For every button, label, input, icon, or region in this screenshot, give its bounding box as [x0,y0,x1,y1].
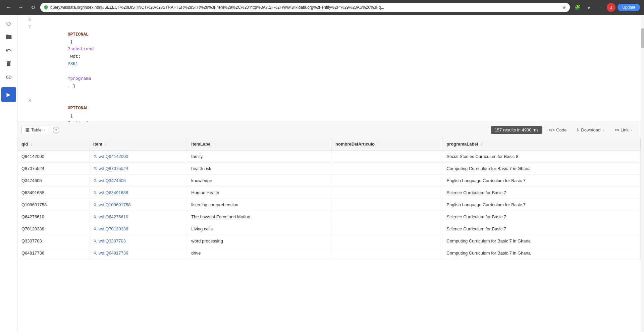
search-icon [93,215,97,219]
extensions-icon[interactable]: 🧩 [573,3,582,12]
table-row: Q3307703wd:Q3307703word processingComput… [17,235,641,247]
code-line-8: 8 OPTIONAL { ?articulo schema:about ?ite… [17,97,641,122]
cell-nombre [331,211,442,223]
table-icon [25,128,30,132]
forward-button[interactable]: → [16,3,25,12]
cell-nombre [331,163,442,175]
item-link[interactable]: wd:Q94142000 [93,154,183,159]
main-layout: ◇ ► 6 7 [0,15,644,332]
help-icon[interactable]: ? [53,127,59,133]
table-row: Q64276610wd:Q64276610The Laws of Force a… [17,211,641,223]
item-link[interactable]: wd:Q70120338 [93,226,183,231]
vertical-scrollbar[interactable] [641,15,644,332]
chain-icon [614,128,619,132]
cell-item: wd:Q87075524 [89,163,187,175]
code-button[interactable]: </> Code [545,126,570,134]
col-header-item[interactable]: item ↕ [89,138,187,150]
menu-icon[interactable]: ⋮ [595,3,605,12]
cell-programa: Science Curriculum for Basic 7 [442,223,641,235]
sidebar-icon-diamond[interactable]: ◇ [3,17,15,30]
col-header-nombredelarticulo[interactable]: nombreDelArticulo ↕ [331,138,442,150]
cell-itemlabel: Human Health [187,187,331,199]
table-row: Q3474605wd:Q3474605knowledgeEnglish Lang… [17,175,641,187]
cell-nombre [331,199,442,211]
sort-icon-itemlabel: ↕ [214,143,216,146]
cell-programa: Computing Curriculum for Basic 7 in Ghan… [442,235,641,247]
sidebar-icon-undo[interactable] [3,44,15,56]
item-link[interactable]: wd:Q63491688 [93,190,183,195]
search-icon [93,203,97,207]
item-link[interactable]: wd:Q87075524 [93,166,183,171]
cell-qid: Q3474605 [17,175,89,187]
cell-programa: Science Curriculum for Basic 7 [442,187,641,199]
results-table-container[interactable]: qid ↕ item ↕ itemLabel ↕ nombreDelArti [17,138,641,332]
link-button[interactable]: Link [611,126,637,134]
cell-programa: English Language Curriculum for Basic 7 [442,175,641,187]
download-dropdown-icon [602,128,605,132]
table-row: Q109601758wd:Q109601758listening compreh… [17,199,641,211]
sidebar-icon-folder[interactable] [3,31,15,43]
code-line-7: 7 OPTIONAL { ?substrand wdt: P361 ?progr… [17,23,641,97]
cell-nombre [331,150,442,163]
code-editor[interactable]: 6 7 OPTIONAL { ?substrand wdt: P361 ?pro… [17,15,641,122]
search-icon [93,239,97,243]
cell-item: wd:Q3307703 [89,235,187,247]
code-line-6: 6 [17,16,641,23]
download-button[interactable]: ⇩ Download [573,126,608,134]
cell-nombre [331,247,442,259]
address-text: query.wikidata.org/index.html#SELECT%20D… [50,5,560,10]
table-row: Q94142000wd:Q94142000familySocial Studie… [17,150,641,163]
star-icon[interactable] [562,5,567,10]
item-link[interactable]: wd:Q64817736 [93,251,183,256]
cell-item: wd:Q64276610 [89,211,187,223]
cell-item: wd:Q94142000 [89,150,187,163]
refresh-button[interactable]: ↻ [28,3,38,12]
browser-chrome: ← → ↻ query.wikidata.org/index.html#SELE… [0,0,644,15]
sidebar-icon-link[interactable] [3,71,15,83]
search-icon [93,251,97,255]
cell-qid: Q64276610 [17,211,89,223]
cell-nombre [331,175,442,187]
sidebar-icon-trash[interactable] [3,58,15,70]
table-header: qid ↕ item ↕ itemLabel ↕ nombreDelArti [17,138,641,150]
update-button[interactable]: Update [618,4,640,11]
table-row: Q70120338wd:Q70120338Living cellsScience… [17,223,641,235]
item-link[interactable]: wd:Q109601758 [93,202,183,207]
cell-qid: Q3307703 [17,235,89,247]
content-area: 6 7 OPTIONAL { ?substrand wdt: P361 ?pro… [17,15,641,332]
item-link[interactable]: wd:Q3307703 [93,238,183,243]
address-bar[interactable]: query.wikidata.org/index.html#SELECT%20D… [40,3,570,12]
col-header-itemlabel[interactable]: itemLabel ↕ [187,138,331,150]
results-count-badge: 157 results in 4900 ms [491,126,543,134]
col-header-qid[interactable]: qid ↕ [17,138,89,150]
search-icon [93,179,97,183]
cell-itemlabel: listening comprehension [187,199,331,211]
code-lines: 6 7 OPTIONAL { ?substrand wdt: P361 ?pro… [17,15,641,122]
table-body: Q94142000wd:Q94142000familySocial Studie… [17,150,641,259]
cell-item: wd:Q3474605 [89,175,187,187]
cell-nombre [331,223,442,235]
search-icon [93,155,97,159]
scrollbar-thumb[interactable] [641,28,644,48]
cell-qid: Q87075524 [17,163,89,175]
back-button[interactable]: ← [4,3,13,12]
link-dropdown-icon [630,128,633,132]
item-link[interactable]: wd:Q64276610 [93,214,183,219]
search-icon [93,167,97,171]
table-view-button[interactable]: Table [21,126,50,134]
table-row: Q87075524wd:Q87075524health riskComputin… [17,163,641,175]
cell-programa: English Language Curriculum for Basic 7 [442,199,641,211]
cell-item: wd:Q63491688 [89,187,187,199]
avatar[interactable]: J [607,3,615,12]
cell-item: wd:Q109601758 [89,199,187,211]
cell-item: wd:Q64817736 [89,247,187,259]
cell-qid: Q109601758 [17,199,89,211]
secure-icon [44,5,48,10]
item-link[interactable]: wd:Q3474605 [93,178,183,183]
results-table: qid ↕ item ↕ itemLabel ↕ nombreDelArti [17,138,641,259]
run-query-button[interactable]: ► [1,87,16,102]
col-header-programalabel[interactable]: programaLabel ↕ [442,138,641,150]
cell-nombre [331,235,442,247]
profile-icon[interactable]: ● [584,3,593,12]
results-toolbar: Table ? 157 results in 4900 ms </> Code … [17,122,641,138]
